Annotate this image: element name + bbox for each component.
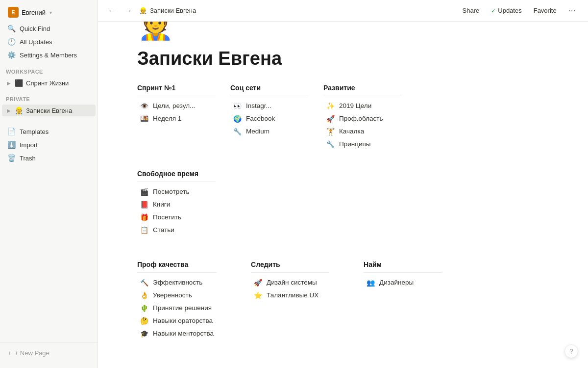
- section-items-sprint1: 👁️ Цели, резул... 🍱 Неделя 1: [137, 100, 216, 125]
- section-title-sprint1: Спринт №1: [137, 84, 216, 96]
- list-item[interactable]: 🍱 Неделя 1: [137, 113, 216, 125]
- list-item[interactable]: 👁️ Цели, резул...: [137, 100, 216, 112]
- list-item[interactable]: 🎬 Посмотреть: [137, 186, 216, 198]
- private-section-label: PRIVATE: [0, 89, 98, 104]
- sidebar-item-trash[interactable]: 🗑️ Trash: [2, 152, 96, 164]
- page-title: Записки Евгена: [137, 48, 500, 70]
- item-label: Проф.область: [339, 115, 383, 122]
- back-button[interactable]: ←: [106, 5, 118, 16]
- section-naim: Найм 👥 Дизайнеры: [364, 261, 442, 340]
- share-button[interactable]: Share: [459, 5, 484, 16]
- list-item[interactable]: 🔨 Эффективность: [137, 277, 217, 289]
- section-title-soc-seti: Соц сети: [230, 84, 309, 96]
- list-item[interactable]: 🚀 Дизайн системы: [251, 277, 329, 289]
- more-button[interactable]: ···: [564, 4, 580, 17]
- item-label: Навыки ораторства: [153, 317, 213, 324]
- sidebar-item-label: Записки Евгена: [26, 107, 72, 114]
- section-sprint1: Спринт №1 👁️ Цели, резул... 🍱 Неделя 1: [137, 84, 216, 150]
- list-item[interactable]: ✨ 2019 Цели: [323, 100, 402, 112]
- help-button[interactable]: ?: [564, 344, 578, 358]
- updates-button[interactable]: ✓ Updates: [487, 5, 525, 16]
- list-item[interactable]: 👥 Дизайнеры: [364, 277, 442, 289]
- sidebar-item-all-updates[interactable]: 🕐 All Updates: [2, 35, 96, 48]
- sidebar-item-label: Settings & Members: [20, 52, 77, 59]
- section-prof-kachestva: Проф качества 🔨 Эффективность 👌 Уверенно…: [137, 261, 217, 340]
- section-title-prof-kachestva: Проф качества: [137, 261, 217, 273]
- item-icon: 🎁: [140, 213, 150, 221]
- item-icon: 🔧: [326, 140, 336, 148]
- list-item[interactable]: 🎁 Посетить: [137, 211, 216, 223]
- item-icon: 🔧: [233, 128, 243, 135]
- section-items-svobodnoe-vremya: 🎬 Посмотреть 📕 Книги 🎁 Посетить 📋 Статьи: [137, 186, 216, 236]
- item-icon: 🔨: [140, 279, 150, 287]
- favorite-button[interactable]: Favorite: [530, 5, 561, 16]
- item-icon: 👥: [367, 279, 376, 287]
- user-menu[interactable]: Е Евгений ▾: [4, 5, 94, 20]
- list-item[interactable]: 🌵 Принятие решения: [137, 302, 217, 314]
- new-page-plus-icon: +: [8, 349, 12, 357]
- sidebar-item-import[interactable]: ⬇️ Import: [2, 138, 96, 151]
- forward-button[interactable]: →: [122, 5, 134, 16]
- section-svobodnoe-vremya: Свободное время 🎬 Посмотреть 📕 Книги 🎁 П…: [137, 170, 216, 236]
- section-title-razvitie: Развитие: [323, 84, 402, 96]
- list-item[interactable]: 🔧 Medium: [230, 126, 309, 137]
- list-item[interactable]: 🔧 Принципы: [323, 138, 402, 150]
- list-item[interactable]: 🚀 Проф.область: [323, 113, 402, 125]
- search-icon: 🔍: [7, 25, 16, 32]
- sidebar-new-page: + + New Page: [0, 342, 98, 363]
- breadcrumb-icon: 👷: [139, 7, 147, 14]
- section-sledit: Следить 🚀 Дизайн системы ⭐ Талантливые U…: [251, 261, 329, 340]
- item-label: 2019 Цели: [339, 102, 371, 109]
- list-item[interactable]: 📋 Статьи: [137, 224, 216, 236]
- item-icon: 🎓: [140, 330, 150, 338]
- workspace-section-label: WORKSPACE: [0, 62, 98, 77]
- sidebar-item-label: Quick Find: [20, 25, 50, 32]
- item-label: Неделя 1: [153, 115, 181, 122]
- sidebar-item-zametki[interactable]: ▶ 👷 Записки Евгена: [2, 105, 96, 116]
- section-items-prof-kachestva: 🔨 Эффективность 👌 Уверенность 🌵 Принятие…: [137, 277, 217, 340]
- item-icon: 📕: [140, 201, 150, 209]
- item-icon: ⭐: [254, 291, 264, 299]
- list-item[interactable]: 📕 Книги: [137, 199, 216, 210]
- item-icon: 👌: [140, 291, 150, 299]
- item-icon: 📋: [140, 226, 150, 234]
- list-item[interactable]: 👀 Instagr...: [230, 100, 309, 112]
- list-item[interactable]: 👌 Уверенность: [137, 289, 217, 301]
- item-icon: 👀: [233, 102, 243, 110]
- sections-grid-row1: Спринт №1 👁️ Цели, резул... 🍱 Неделя 1 С…: [137, 84, 500, 256]
- trash-icon: 🗑️: [7, 154, 16, 162]
- item-label: Принципы: [339, 140, 371, 148]
- list-item[interactable]: 🎓 Навыки менторства: [137, 328, 217, 340]
- new-page-button[interactable]: + + New Page: [4, 347, 94, 359]
- section-title-sledit: Следить: [251, 261, 329, 273]
- sprint-life-icon: ⬛: [15, 79, 23, 87]
- breadcrumb-title: Записки Евгена: [150, 7, 196, 14]
- list-item[interactable]: 🏋️ Качалка: [323, 126, 402, 137]
- sidebar-item-quick-find[interactable]: 🔍 Quick Find: [2, 22, 96, 35]
- sidebar-item-settings[interactable]: ⚙️ Settings & Members: [2, 49, 96, 61]
- list-item[interactable]: 🌍 Facebook: [230, 113, 309, 125]
- item-label: Цели, резул...: [153, 102, 195, 109]
- item-icon: 🌍: [233, 115, 243, 123]
- sidebar-item-label: Спринт Жизни: [26, 79, 69, 87]
- arrow-icon: ▶: [7, 80, 11, 86]
- item-label: Эффективность: [153, 279, 202, 286]
- item-label: Дизайн системы: [267, 279, 317, 286]
- topbar-right: Share ✓ Updates Favorite ···: [459, 4, 580, 17]
- item-icon: 🤔: [140, 317, 150, 325]
- list-item[interactable]: ⭐ Талантливые UX: [251, 289, 329, 301]
- section-soc-seti: Соц сети 👀 Instagr... 🌍 Facebook 🔧 Mediu…: [230, 84, 309, 150]
- topbar: ← → 👷 Записки Евгена Share ✓ Updates Fav…: [98, 0, 588, 22]
- sidebar-item-sprint-life[interactable]: ▶ ⬛ Спринт Жизни: [2, 77, 96, 89]
- list-item[interactable]: 🤔 Навыки ораторства: [137, 315, 217, 327]
- item-label: Medium: [246, 128, 270, 135]
- zametki-icon: 👷: [15, 106, 23, 114]
- item-icon: 🌵: [140, 304, 150, 312]
- item-label: Навыки менторства: [153, 330, 214, 337]
- item-label: Статьи: [153, 226, 174, 234]
- item-label: Посетить: [153, 213, 181, 221]
- sidebar-item-label: Import: [20, 141, 38, 149]
- item-label: Принятие решения: [153, 304, 212, 312]
- section-items-razvitie: ✨ 2019 Цели 🚀 Проф.область 🏋️ Качалка 🔧 …: [323, 100, 402, 150]
- sidebar-item-templates[interactable]: 📄 Templates: [2, 125, 96, 138]
